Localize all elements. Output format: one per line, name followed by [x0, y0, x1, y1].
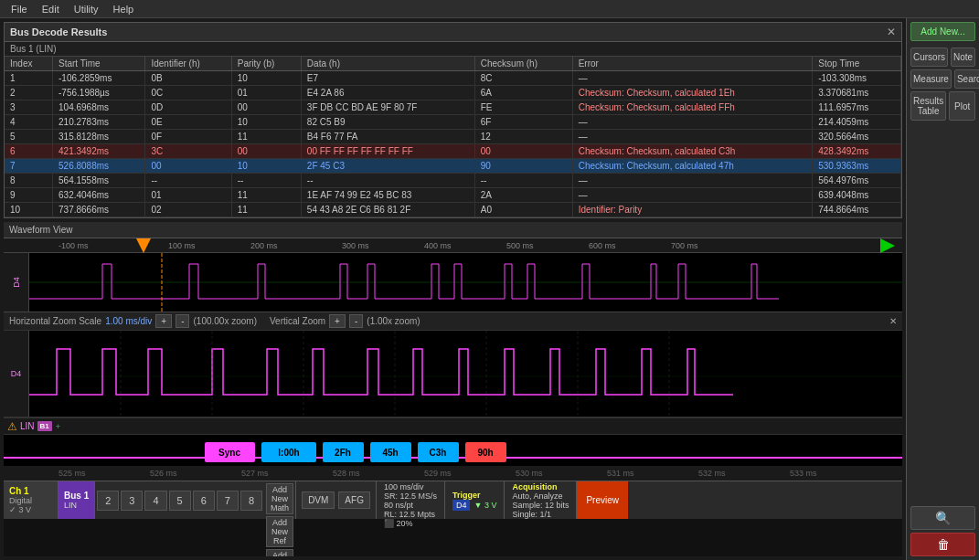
plot-btn[interactable]: Plot	[949, 91, 975, 121]
preview-btn[interactable]: Preview	[577, 481, 628, 519]
trigger-val: ▼ 3 V	[474, 501, 496, 510]
cell-data: B4 F6 77 FA	[301, 130, 474, 144]
num-btn-4[interactable]: 4	[144, 491, 166, 511]
cell-data: 00 FF FF FF FF FF FF FF	[301, 144, 474, 159]
waveform-draw-area[interactable]	[29, 253, 902, 312]
zoom-waveform-svg	[29, 331, 902, 417]
table-row[interactable]: 8 564.1558ms -- -- -- -- — 564.4976ms	[5, 174, 901, 188]
cell-checksum: 00	[474, 144, 572, 159]
cursors-btn[interactable]: Cursors	[910, 48, 948, 67]
cell-checksum: --	[474, 174, 572, 188]
cell-stop: 3.370681ms	[813, 86, 901, 100]
acquire-single: Single: 1/1	[512, 510, 569, 519]
num-btn-5[interactable]: 5	[169, 491, 191, 511]
add-bus-btn[interactable]: AddNewBus	[266, 549, 293, 556]
menu-help[interactable]: Help	[106, 2, 142, 16]
col-parity: Parity (b)	[231, 57, 301, 71]
trigger-title: Trigger	[452, 491, 496, 500]
table-row[interactable]: 10 737.8666ms 02 11 54 43 A8 2E C6 B6 81…	[5, 203, 901, 217]
cell-stop: 564.4976ms	[813, 174, 901, 188]
lin-section: ⚠ LIN B1 + Sync l	[4, 417, 902, 481]
trash-icon-btn[interactable]: 🗑	[910, 533, 975, 556]
afg-btn[interactable]: AFG	[338, 491, 370, 509]
v-zoom-percent: (1.00x zoom)	[367, 316, 420, 326]
menu-file[interactable]: File	[4, 2, 35, 16]
bus1-title: Bus 1	[64, 491, 89, 501]
timeline-bar: -100 ms 100 ms 200 ms 300 ms 400 ms 500 …	[4, 238, 902, 253]
lin-plus-btn[interactable]: +	[56, 422, 60, 431]
table-row[interactable]: 6 421.3492ms 3C 00 00 FF FF FF FF FF FF …	[5, 144, 901, 159]
ch1-status: Ch 1 Digital ✓ 3 V	[4, 481, 59, 519]
num-btn-2[interactable]: 2	[97, 491, 119, 511]
add-buttons-area: AddNewMath AddNewRef AddNewBus	[264, 481, 296, 519]
num-btn-6[interactable]: 6	[193, 491, 215, 511]
table-row[interactable]: 2 -756.1988µs 0C 01 E4 2A 86 6A Checksum…	[5, 86, 901, 100]
right-sidebar: Add New... Cursors Note Measure Search R…	[906, 18, 979, 560]
trigger-marker[interactable]	[880, 238, 895, 253]
v-zoom-up-btn[interactable]: +	[329, 314, 346, 328]
zoom-in-icon-btn[interactable]: 🔍	[910, 506, 975, 530]
add-math-btn[interactable]: AddNewMath	[266, 483, 293, 514]
ch1-voltage: ✓ 3 V	[9, 505, 52, 514]
lin-time-2: 526 ms	[150, 469, 177, 478]
decode-table: Index Start Time Identifier (h) Parity (…	[5, 57, 901, 217]
cell-id: 0E	[145, 115, 231, 130]
cell-data: 82 C5 B9	[301, 115, 474, 130]
cursor-marker[interactable]	[136, 238, 151, 253]
cell-data: 2F 45 C3	[301, 159, 474, 174]
decode-table-container[interactable]: Index Start Time Identifier (h) Parity (…	[5, 57, 901, 217]
cell-data: 3F DB CC BD AE 9F 80 7F	[301, 100, 474, 115]
acquire-status: Acquisition Auto, Analyze Sample: 12 bit…	[505, 481, 577, 519]
note-btn[interactable]: Note	[951, 48, 975, 67]
svg-text:l:00h: l:00h	[278, 448, 299, 458]
h-zoom-value: 1.00 ms/div	[105, 316, 152, 326]
search-btn[interactable]: Search	[954, 69, 979, 89]
acquire-title: Acquisition	[512, 482, 569, 491]
cell-start: 632.4046ms	[53, 188, 145, 203]
cell-id: 3C	[145, 144, 231, 159]
measure-btn[interactable]: Measure	[910, 69, 952, 89]
h-zoom-up-btn[interactable]: +	[155, 314, 172, 328]
table-row[interactable]: 5 315.8128ms 0F 11 B4 F6 77 FA 12 — 320.…	[5, 130, 901, 144]
h-zoom-down-btn[interactable]: -	[176, 314, 189, 328]
table-row[interactable]: 1 -106.2859ms 0B 10 E7 8C — -103.308ms	[5, 71, 901, 86]
decode-panel-header: Bus Decode Results ✕	[5, 23, 901, 42]
cell-checksum: FE	[474, 100, 572, 115]
num-btn-8[interactable]: 8	[240, 491, 262, 511]
zoom-draw-area	[29, 331, 902, 417]
cell-checksum: A0	[474, 203, 572, 217]
acquire-sample: Sample: 12 bits	[512, 501, 569, 510]
dvm-btn[interactable]: DVM	[302, 491, 335, 509]
cell-id: 0D	[145, 100, 231, 115]
trigger-info: D4 ▼ 3 V	[452, 500, 496, 511]
menu-edit[interactable]: Edit	[35, 2, 67, 16]
menu-utility[interactable]: Utility	[67, 2, 106, 16]
cell-stop: 320.5664ms	[813, 130, 901, 144]
cell-id: 0F	[145, 130, 231, 144]
v-zoom-down-btn[interactable]: -	[349, 314, 363, 328]
cell-data: 1E AF 74 99 E2 45 BC 83	[301, 188, 474, 203]
add-new-btn[interactable]: Add New...	[910, 22, 975, 41]
lin-timeline: 525 ms 526 ms 527 ms 528 ms 529 ms 530 m…	[4, 466, 902, 481]
lin-time-5: 529 ms	[424, 469, 452, 478]
decode-panel-close-btn[interactable]: ✕	[887, 26, 896, 38]
bus-label: Bus 1 (LIN)	[5, 42, 901, 57]
table-row[interactable]: 9 632.4046ms 01 11 1E AF 74 99 E2 45 BC …	[5, 188, 901, 203]
add-ref-btn[interactable]: AddNewRef	[266, 516, 293, 547]
menu-bar: File Edit Utility Help	[0, 0, 979, 18]
zoom-controls-close-btn[interactable]: ✕	[889, 316, 897, 326]
cell-index: 10	[5, 203, 53, 217]
timeline-mark-8: 700 ms	[671, 241, 698, 250]
horiz-sr: SR: 12.5 MS/s	[384, 491, 437, 501]
waveform-overview[interactable]: -100 ms 100 ms 200 ms 300 ms 400 ms 500 …	[4, 238, 902, 312]
lin-time-8: 532 ms	[698, 469, 726, 478]
num-btn-7[interactable]: 7	[217, 491, 239, 511]
num-btn-3[interactable]: 3	[121, 491, 143, 511]
waveform-zoom-view[interactable]: D4	[4, 330, 902, 417]
table-row[interactable]: 7 526.8088ms 00 10 2F 45 C3 90 Checksum:…	[5, 159, 901, 174]
table-row[interactable]: 3 104.6968ms 0D 00 3F DB CC BD AE 9F 80 …	[5, 100, 901, 115]
svg-text:Sync: Sync	[218, 448, 240, 458]
table-row[interactable]: 4 210.2783ms 0E 10 82 C5 B9 6F — 214.405…	[5, 115, 901, 130]
results-table-btn[interactable]: Results Table	[910, 91, 946, 121]
timeline-mark-1: -100 ms	[59, 241, 89, 250]
